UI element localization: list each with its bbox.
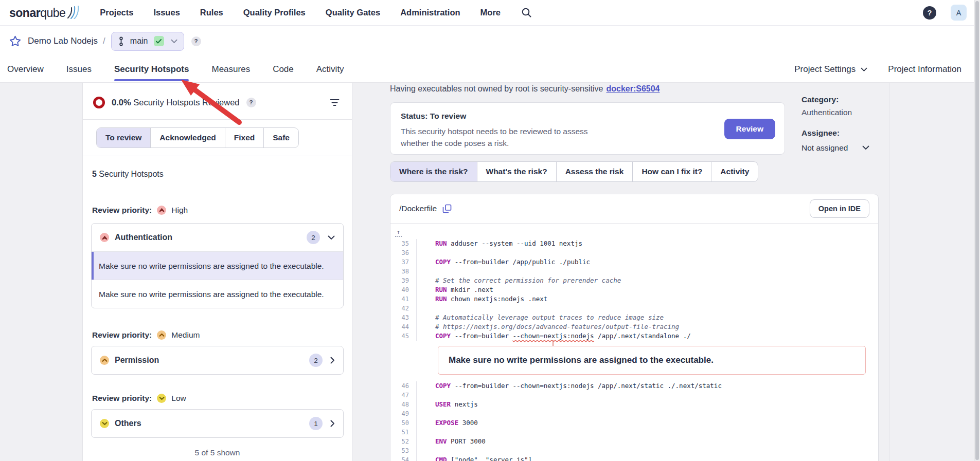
chevron-down-icon: [328, 235, 335, 240]
rule-key-link[interactable]: docker:S6504: [606, 84, 660, 93]
priority-low-icon: [157, 394, 166, 403]
rule-title-line: Having executables not owned by root is …: [390, 83, 660, 95]
nav-item-administration[interactable]: Administration: [400, 8, 460, 17]
risk-tab-activity[interactable]: Activity: [711, 162, 758, 181]
line-number[interactable]: 54: [390, 455, 416, 461]
hotspot-list-item[interactable]: Make sure no write permissions are assig…: [92, 251, 343, 280]
status-title: Status: To review: [401, 112, 774, 121]
copy-path-icon[interactable]: [442, 204, 452, 213]
tab-measures[interactable]: Measures: [211, 57, 250, 82]
tab-overview[interactable]: Overview: [7, 57, 44, 82]
filter-safe[interactable]: Safe: [263, 128, 298, 147]
chevron-right-icon: [330, 357, 335, 364]
line-number[interactable]: 35: [390, 239, 416, 248]
filter-to-review[interactable]: To review: [97, 128, 150, 147]
risk-tab-where-is-the-risk[interactable]: Where is the risk?: [390, 162, 477, 181]
content-right-divider: [889, 83, 889, 461]
nav-item-more[interactable]: More: [480, 8, 501, 17]
scrollbar-thumb[interactable]: [975, 1, 979, 460]
search-icon[interactable]: [521, 7, 532, 18]
review-priority-label: Review priority:: [92, 394, 152, 403]
line-number[interactable]: 39: [390, 276, 416, 285]
nav-item-quality-gates[interactable]: Quality Gates: [326, 8, 380, 17]
help-button[interactable]: ?: [923, 6, 936, 20]
review-priority-label: Review priority:: [92, 330, 152, 340]
line-number[interactable]: 43: [390, 313, 416, 322]
code-line-content: USER nextjs: [416, 400, 878, 409]
project-settings-label: Project Settings: [794, 64, 856, 75]
project-settings-menu[interactable]: Project Settings: [794, 64, 867, 75]
risk-tab-what-s-the-risk[interactable]: What's the risk?: [477, 162, 556, 181]
line-number[interactable]: 37: [390, 257, 416, 267]
tab-code[interactable]: Code: [273, 57, 294, 82]
open-in-ide-button[interactable]: Open in IDE: [810, 199, 869, 218]
filter-fixed[interactable]: Fixed: [225, 128, 263, 147]
sidebar-divider: [83, 156, 352, 156]
line-number[interactable]: 45: [390, 331, 416, 341]
tab-activity[interactable]: Activity: [316, 57, 344, 82]
hotspot-list-item[interactable]: Make sure no write permissions are assig…: [92, 280, 343, 308]
priority-high-icon: [100, 233, 109, 242]
code-header: /Dockerfile Open in IDE: [390, 194, 878, 224]
group-header-others[interactable]: Others1: [92, 410, 343, 437]
nav-item-rules[interactable]: Rules: [200, 8, 223, 17]
assignee-value: Not assigned: [801, 142, 848, 153]
risk-tab-how-can-i-fix-it[interactable]: How can I fix it?: [632, 162, 711, 181]
assignee-select[interactable]: Not assigned: [801, 142, 869, 153]
code-line: 45COPY --from=builder --chown=nextjs:nod…: [390, 331, 878, 341]
branch-selector[interactable]: main: [111, 32, 184, 51]
line-number[interactable]: 42: [390, 304, 416, 313]
code-line: 41RUN chown nextjs:nodejs .next: [390, 294, 878, 304]
risk-tab-assess-the-risk[interactable]: Assess the risk: [556, 162, 633, 181]
expand-lines-row: ↑: [390, 226, 878, 239]
line-number[interactable]: 44: [390, 322, 416, 331]
nav-item-projects[interactable]: Projects: [100, 8, 133, 17]
reviewed-help-badge[interactable]: ?: [246, 98, 256, 107]
expand-lines-above-icon[interactable]: ↑: [395, 229, 402, 237]
code-line-content: EXPOSE 3000: [416, 418, 878, 428]
shown-count-label: 5 of 5 shown: [91, 448, 344, 457]
line-number[interactable]: 51: [390, 428, 416, 437]
line-number[interactable]: 47: [390, 391, 416, 400]
favorite-star-icon[interactable]: [9, 35, 21, 47]
settings-chevron-down-icon: [861, 67, 867, 72]
project-information-link[interactable]: Project Information: [888, 64, 961, 75]
code-line: 47: [390, 391, 878, 400]
review-button[interactable]: Review: [724, 119, 775, 139]
project-tabbar: OverviewIssuesSecurity HotspotsMeasuresC…: [0, 57, 974, 82]
reviewed-gauge-row: 0.0% Security Hotspots Reviewed ?: [93, 96, 342, 108]
line-number[interactable]: 53: [390, 446, 416, 455]
line-number[interactable]: 38: [390, 267, 416, 276]
line-number[interactable]: 52: [390, 437, 416, 446]
filter-acknowledged[interactable]: Acknowledged: [150, 128, 224, 147]
nav-item-issues[interactable]: Issues: [153, 8, 180, 17]
breadcrumb-project-name[interactable]: Demo Lab Nodejs: [28, 36, 98, 46]
nav-item-quality-profiles[interactable]: Quality Profiles: [243, 8, 306, 17]
code-line: 35RUN adduser --system --uid 1001 nextjs: [390, 239, 878, 248]
line-number[interactable]: 49: [390, 409, 416, 418]
line-number[interactable]: 50: [390, 418, 416, 428]
content-region: 0.0% Security Hotspots Reviewed ? To rev…: [0, 82, 974, 461]
group-header-permission[interactable]: Permission2: [92, 346, 343, 374]
tab-issues[interactable]: Issues: [66, 57, 92, 82]
hotspot-inline-message[interactable]: Make sure no write permissions are assig…: [438, 346, 866, 375]
tab-security-hotspots[interactable]: Security Hotspots: [114, 57, 189, 82]
hotspot-group-others: Others1: [91, 409, 344, 438]
branch-help-badge[interactable]: ?: [191, 36, 201, 46]
line-number[interactable]: 41: [390, 294, 416, 304]
line-number[interactable]: 46: [390, 381, 416, 391]
review-priority-value: Medium: [171, 330, 200, 340]
code-line: 39# Set the correct permission for prere…: [390, 276, 878, 285]
filter-icon[interactable]: [328, 97, 342, 108]
quality-gate-passed-icon: [154, 36, 164, 46]
user-avatar[interactable]: A: [951, 5, 967, 21]
sonarqube-logo[interactable]: sonarqube: [9, 5, 80, 21]
review-priority-value: High: [171, 206, 188, 215]
line-number[interactable]: 48: [390, 400, 416, 409]
code-line-content: [416, 248, 878, 257]
group-header-authentication[interactable]: Authentication2: [92, 224, 343, 251]
line-number[interactable]: 40: [390, 285, 416, 294]
line-number[interactable]: 36: [390, 248, 416, 257]
code-line: 38: [390, 267, 878, 276]
page-scrollbar[interactable]: [974, 0, 980, 461]
